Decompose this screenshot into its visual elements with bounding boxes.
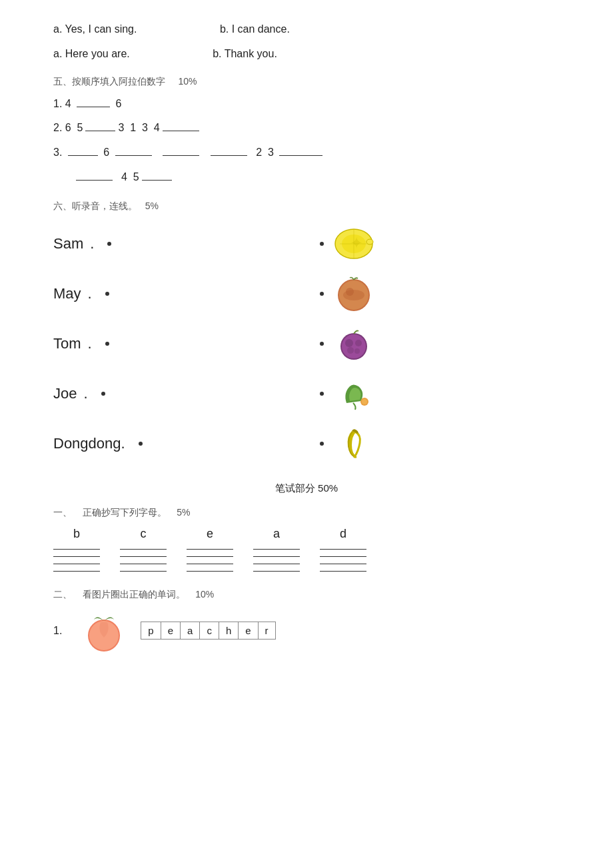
seq-line-4: 4 5 — [53, 168, 560, 187]
fruit-dot-4 — [320, 392, 324, 396]
peach-image — [81, 608, 127, 654]
write-line-c-3 — [120, 564, 167, 564]
svg-point-15 — [354, 348, 360, 354]
word-box-r: r — [259, 622, 275, 639]
section5-title: 五、按顺序填入阿拉伯数字 10% — [53, 76, 560, 88]
write-line-d-2 — [320, 556, 366, 557]
word-box-h: h — [219, 622, 239, 639]
name-may: May — [53, 285, 81, 302]
fruit-row-1: ✦ — [320, 219, 374, 269]
fruit-dot-3 — [320, 342, 324, 346]
write-line-a-2 — [253, 556, 300, 557]
fruit-row-2 — [320, 269, 374, 319]
write-line-a-4 — [253, 571, 300, 572]
match-row-joe: Joe . — [53, 369, 267, 419]
write-line-b-4 — [53, 571, 100, 572]
write-line-a-3 — [253, 564, 300, 564]
write-line-e-2 — [187, 556, 233, 557]
fruit-banana-icon — [333, 423, 374, 464]
letter-a-header: a — [273, 527, 280, 541]
letter-col-b: b — [53, 527, 100, 573]
match-row-may: May . — [53, 269, 267, 319]
svg-point-13 — [355, 340, 362, 346]
word-boxes: p e a c h e r — [141, 622, 275, 640]
name-sam: Sam — [53, 235, 83, 252]
word-box-e1: e — [161, 622, 181, 639]
write-line-a-1 — [253, 549, 300, 550]
letter-e-header: e — [207, 527, 213, 541]
section5-lines: 1. 4 6 2. 6 53 1 3 4 3. 6 2 3 4 5 — [53, 95, 560, 187]
write-line-c-4 — [120, 571, 167, 572]
write-line-d-1 — [320, 549, 366, 550]
write-line-b-3 — [53, 564, 100, 564]
write-line-b-1 — [53, 549, 100, 550]
section6-title: 六、听录音，连线。 5% — [53, 201, 560, 213]
section-one-title: 一、 正确抄写下列字母。 5% — [53, 507, 560, 519]
seq-line-3: 3. 6 2 3 — [53, 143, 560, 163]
letter-col-d: d — [320, 527, 366, 573]
word-item-1: 1. p e a c h e r — [53, 608, 560, 654]
section-6: 六、听录音，连线。 5% Sam . May . Tom . — [53, 201, 560, 469]
write-line-d-4 — [320, 571, 366, 572]
fruit-row-4 — [320, 369, 374, 419]
seq-line-1: 1. 4 6 — [53, 95, 560, 114]
item-4: a. Yes, I can sing. b. I can dance. — [53, 20, 560, 39]
name-joe: Joe — [53, 385, 77, 402]
word-box-a: a — [181, 622, 200, 639]
letter-d-header: d — [340, 527, 346, 541]
word-box-c: c — [200, 622, 219, 639]
svg-point-4 — [366, 239, 373, 244]
seq-line-2: 2. 6 53 1 3 4 — [53, 119, 560, 138]
writing-test-header: 笔试部分 50% — [53, 482, 560, 495]
letter-col-a: a — [253, 527, 300, 573]
letter-c-header: c — [141, 527, 147, 541]
svg-point-14 — [347, 347, 354, 354]
item-5: a. Here you are. b. Thank you. — [53, 45, 560, 64]
match-row-tom: Tom . — [53, 319, 267, 369]
svg-point-12 — [345, 339, 353, 347]
fruit-dot-5 — [320, 442, 324, 446]
item-5-b: b. Thank you. — [213, 48, 277, 59]
write-line-c-2 — [120, 556, 167, 557]
write-line-c-1 — [120, 549, 167, 550]
item-num-1: 1. — [53, 625, 62, 637]
word-box-p: p — [141, 622, 161, 639]
name-dongdong: Dongdong — [53, 435, 121, 452]
section-two-title: 二、 看图片圈出正确的单词。 10% — [53, 589, 560, 601]
names-column: Sam . May . Tom . Joe . — [53, 219, 267, 469]
write-line-e-1 — [187, 549, 233, 550]
svg-point-11 — [342, 334, 366, 358]
section-one: 一、 正确抄写下列字母。 5% b c e — [53, 507, 560, 573]
section-5: 五、按顺序填入阿拉伯数字 10% 1. 4 6 2. 6 53 1 3 4 3.… — [53, 76, 560, 187]
fruit-dot-2 — [320, 292, 324, 296]
write-line-e-4 — [187, 571, 233, 572]
match-row-dongdong: Dongdong . — [53, 419, 267, 469]
word-box-e2: e — [239, 622, 258, 639]
match-layout: Sam . May . Tom . Joe . — [53, 219, 560, 469]
fruits-column: ✦ — [320, 219, 374, 469]
fruit-row-3 — [320, 319, 374, 369]
fruit-dot-1 — [320, 242, 324, 246]
letter-b-header: b — [73, 527, 80, 541]
match-row-sam: Sam . — [53, 219, 267, 269]
letter-col-c: c — [120, 527, 167, 573]
svg-point-9 — [346, 288, 354, 296]
svg-text:✦: ✦ — [350, 234, 363, 252]
fruit-lemon-icon: ✦ — [333, 223, 374, 264]
fruit-row-5 — [320, 419, 374, 469]
letter-col-e: e — [187, 527, 233, 573]
write-line-d-3 — [320, 564, 366, 564]
fruit-green-icon — [333, 373, 374, 414]
write-line-b-2 — [53, 556, 100, 557]
svg-point-17 — [362, 399, 367, 404]
letter-grid: b c e a — [53, 527, 560, 573]
name-tom: Tom — [53, 335, 81, 352]
item-5-a: a. Here you are. — [53, 48, 130, 59]
fruit-grape-icon — [333, 323, 374, 364]
section-two: 二、 看图片圈出正确的单词。 10% 1. p e a c h e r — [53, 589, 560, 654]
item-4-a: a. Yes, I can sing. — [53, 23, 137, 35]
item-4-b: b. I can dance. — [220, 23, 290, 35]
fruit-orange-icon — [333, 273, 374, 314]
section-items-4-5: a. Yes, I can sing. b. I can dance. a. H… — [53, 20, 560, 64]
write-line-e-3 — [187, 564, 233, 564]
